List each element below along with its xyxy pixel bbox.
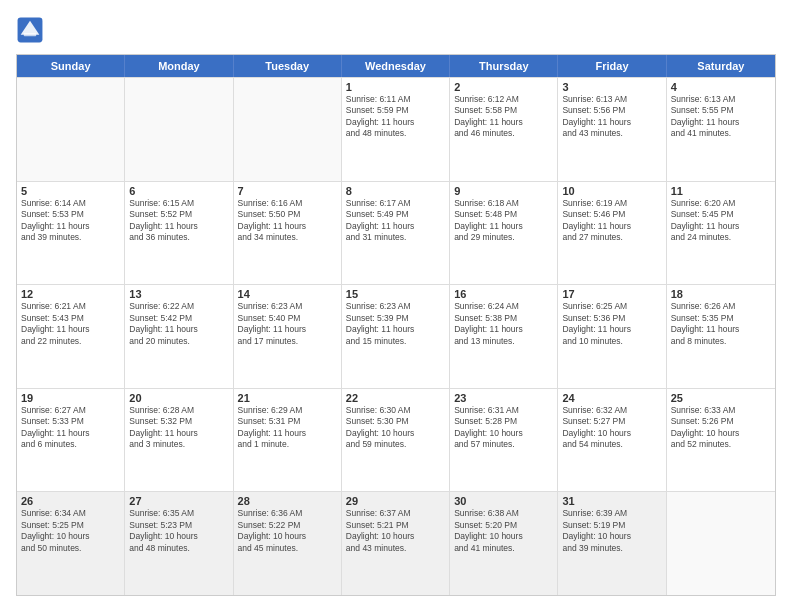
day-number: 12 [21, 288, 120, 300]
day-cell: 3Sunrise: 6:13 AM Sunset: 5:56 PM Daylig… [558, 78, 666, 181]
day-info: Sunrise: 6:14 AM Sunset: 5:53 PM Dayligh… [21, 198, 120, 244]
day-number: 28 [238, 495, 337, 507]
day-info: Sunrise: 6:34 AM Sunset: 5:25 PM Dayligh… [21, 508, 120, 554]
day-number: 17 [562, 288, 661, 300]
day-number: 26 [21, 495, 120, 507]
day-header-wednesday: Wednesday [342, 55, 450, 77]
day-info: Sunrise: 6:23 AM Sunset: 5:39 PM Dayligh… [346, 301, 445, 347]
day-cell [234, 78, 342, 181]
day-cell: 25Sunrise: 6:33 AM Sunset: 5:26 PM Dayli… [667, 389, 775, 492]
day-info: Sunrise: 6:29 AM Sunset: 5:31 PM Dayligh… [238, 405, 337, 451]
day-number: 18 [671, 288, 771, 300]
day-number: 4 [671, 81, 771, 93]
day-number: 24 [562, 392, 661, 404]
day-cell: 12Sunrise: 6:21 AM Sunset: 5:43 PM Dayli… [17, 285, 125, 388]
day-cell: 2Sunrise: 6:12 AM Sunset: 5:58 PM Daylig… [450, 78, 558, 181]
header [16, 16, 776, 44]
day-number: 10 [562, 185, 661, 197]
logo-icon [16, 16, 44, 44]
day-number: 31 [562, 495, 661, 507]
page: SundayMondayTuesdayWednesdayThursdayFrid… [0, 0, 792, 612]
day-cell: 8Sunrise: 6:17 AM Sunset: 5:49 PM Daylig… [342, 182, 450, 285]
day-cell: 22Sunrise: 6:30 AM Sunset: 5:30 PM Dayli… [342, 389, 450, 492]
day-cell: 14Sunrise: 6:23 AM Sunset: 5:40 PM Dayli… [234, 285, 342, 388]
day-cell: 11Sunrise: 6:20 AM Sunset: 5:45 PM Dayli… [667, 182, 775, 285]
day-number: 27 [129, 495, 228, 507]
day-cell: 20Sunrise: 6:28 AM Sunset: 5:32 PM Dayli… [125, 389, 233, 492]
day-number: 9 [454, 185, 553, 197]
day-number: 11 [671, 185, 771, 197]
week-row-1: 5Sunrise: 6:14 AM Sunset: 5:53 PM Daylig… [17, 181, 775, 285]
logo [16, 16, 48, 44]
day-info: Sunrise: 6:32 AM Sunset: 5:27 PM Dayligh… [562, 405, 661, 451]
day-cell: 24Sunrise: 6:32 AM Sunset: 5:27 PM Dayli… [558, 389, 666, 492]
day-info: Sunrise: 6:33 AM Sunset: 5:26 PM Dayligh… [671, 405, 771, 451]
week-row-2: 12Sunrise: 6:21 AM Sunset: 5:43 PM Dayli… [17, 284, 775, 388]
day-cell [125, 78, 233, 181]
day-info: Sunrise: 6:21 AM Sunset: 5:43 PM Dayligh… [21, 301, 120, 347]
day-header-friday: Friday [558, 55, 666, 77]
day-header-saturday: Saturday [667, 55, 775, 77]
day-header-sunday: Sunday [17, 55, 125, 77]
day-number: 2 [454, 81, 553, 93]
day-header-monday: Monday [125, 55, 233, 77]
day-number: 8 [346, 185, 445, 197]
day-cell: 31Sunrise: 6:39 AM Sunset: 5:19 PM Dayli… [558, 492, 666, 595]
day-cell: 10Sunrise: 6:19 AM Sunset: 5:46 PM Dayli… [558, 182, 666, 285]
day-info: Sunrise: 6:30 AM Sunset: 5:30 PM Dayligh… [346, 405, 445, 451]
day-info: Sunrise: 6:31 AM Sunset: 5:28 PM Dayligh… [454, 405, 553, 451]
day-cell: 6Sunrise: 6:15 AM Sunset: 5:52 PM Daylig… [125, 182, 233, 285]
day-info: Sunrise: 6:13 AM Sunset: 5:55 PM Dayligh… [671, 94, 771, 140]
day-number: 22 [346, 392, 445, 404]
day-cell: 23Sunrise: 6:31 AM Sunset: 5:28 PM Dayli… [450, 389, 558, 492]
day-info: Sunrise: 6:19 AM Sunset: 5:46 PM Dayligh… [562, 198, 661, 244]
day-number: 15 [346, 288, 445, 300]
day-number: 1 [346, 81, 445, 93]
day-cell: 28Sunrise: 6:36 AM Sunset: 5:22 PM Dayli… [234, 492, 342, 595]
day-info: Sunrise: 6:13 AM Sunset: 5:56 PM Dayligh… [562, 94, 661, 140]
day-number: 25 [671, 392, 771, 404]
week-row-3: 19Sunrise: 6:27 AM Sunset: 5:33 PM Dayli… [17, 388, 775, 492]
day-info: Sunrise: 6:18 AM Sunset: 5:48 PM Dayligh… [454, 198, 553, 244]
day-number: 30 [454, 495, 553, 507]
day-info: Sunrise: 6:16 AM Sunset: 5:50 PM Dayligh… [238, 198, 337, 244]
day-number: 19 [21, 392, 120, 404]
day-cell: 1Sunrise: 6:11 AM Sunset: 5:59 PM Daylig… [342, 78, 450, 181]
day-number: 16 [454, 288, 553, 300]
day-cell: 19Sunrise: 6:27 AM Sunset: 5:33 PM Dayli… [17, 389, 125, 492]
day-info: Sunrise: 6:15 AM Sunset: 5:52 PM Dayligh… [129, 198, 228, 244]
week-row-0: 1Sunrise: 6:11 AM Sunset: 5:59 PM Daylig… [17, 77, 775, 181]
day-number: 29 [346, 495, 445, 507]
day-cell: 27Sunrise: 6:35 AM Sunset: 5:23 PM Dayli… [125, 492, 233, 595]
day-cell: 18Sunrise: 6:26 AM Sunset: 5:35 PM Dayli… [667, 285, 775, 388]
day-info: Sunrise: 6:38 AM Sunset: 5:20 PM Dayligh… [454, 508, 553, 554]
day-cell: 9Sunrise: 6:18 AM Sunset: 5:48 PM Daylig… [450, 182, 558, 285]
day-header-tuesday: Tuesday [234, 55, 342, 77]
day-number: 3 [562, 81, 661, 93]
day-number: 14 [238, 288, 337, 300]
day-number: 13 [129, 288, 228, 300]
day-header-thursday: Thursday [450, 55, 558, 77]
day-info: Sunrise: 6:27 AM Sunset: 5:33 PM Dayligh… [21, 405, 120, 451]
day-cell: 29Sunrise: 6:37 AM Sunset: 5:21 PM Dayli… [342, 492, 450, 595]
day-cell: 7Sunrise: 6:16 AM Sunset: 5:50 PM Daylig… [234, 182, 342, 285]
day-cell: 13Sunrise: 6:22 AM Sunset: 5:42 PM Dayli… [125, 285, 233, 388]
day-info: Sunrise: 6:22 AM Sunset: 5:42 PM Dayligh… [129, 301, 228, 347]
day-cell [667, 492, 775, 595]
day-cell: 30Sunrise: 6:38 AM Sunset: 5:20 PM Dayli… [450, 492, 558, 595]
day-info: Sunrise: 6:11 AM Sunset: 5:59 PM Dayligh… [346, 94, 445, 140]
day-info: Sunrise: 6:35 AM Sunset: 5:23 PM Dayligh… [129, 508, 228, 554]
day-cell: 5Sunrise: 6:14 AM Sunset: 5:53 PM Daylig… [17, 182, 125, 285]
day-info: Sunrise: 6:20 AM Sunset: 5:45 PM Dayligh… [671, 198, 771, 244]
day-cell: 16Sunrise: 6:24 AM Sunset: 5:38 PM Dayli… [450, 285, 558, 388]
day-number: 23 [454, 392, 553, 404]
day-number: 7 [238, 185, 337, 197]
day-cell: 21Sunrise: 6:29 AM Sunset: 5:31 PM Dayli… [234, 389, 342, 492]
day-number: 21 [238, 392, 337, 404]
day-cell: 4Sunrise: 6:13 AM Sunset: 5:55 PM Daylig… [667, 78, 775, 181]
day-info: Sunrise: 6:24 AM Sunset: 5:38 PM Dayligh… [454, 301, 553, 347]
svg-rect-2 [24, 33, 36, 36]
day-info: Sunrise: 6:17 AM Sunset: 5:49 PM Dayligh… [346, 198, 445, 244]
day-info: Sunrise: 6:26 AM Sunset: 5:35 PM Dayligh… [671, 301, 771, 347]
day-number: 6 [129, 185, 228, 197]
